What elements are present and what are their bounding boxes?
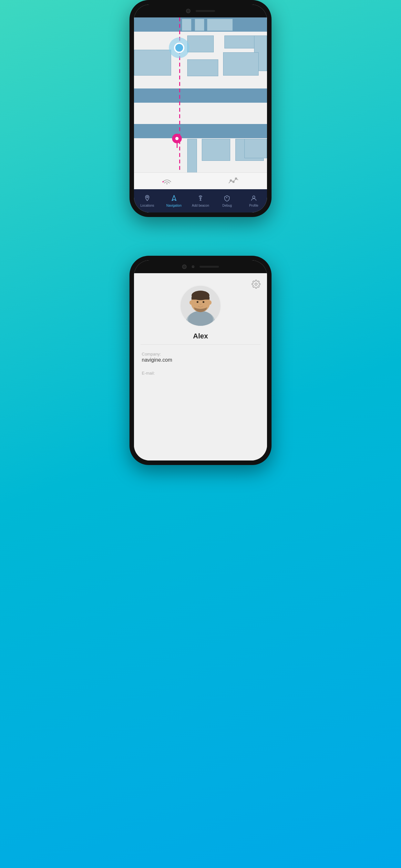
pin-stem <box>177 144 178 148</box>
nav-label-profile: Profile <box>249 204 258 207</box>
email-field: E-mail: <box>134 369 267 384</box>
phone1-status-bar <box>134 4 267 18</box>
phone2-screen: Alex Company: navigine.com E-mail: <box>134 260 267 461</box>
bottom-navigation: Locations Navigation <box>134 189 267 213</box>
pin-center <box>175 137 179 140</box>
corridor-bottom <box>134 124 267 138</box>
company-field: Company: navigine.com <box>134 350 267 365</box>
nav-item-profile[interactable]: Profile <box>241 195 267 207</box>
phone1-container: Locations Navigation <box>129 0 272 217</box>
nav-item-add-beacon[interactable]: Add beacon <box>187 195 214 207</box>
room-b1 <box>187 139 197 173</box>
navigation-icon <box>171 195 178 203</box>
svg-point-6 <box>200 197 201 199</box>
location-center <box>174 42 184 53</box>
current-location-marker <box>169 37 189 58</box>
svg-point-13 <box>197 301 198 303</box>
settings-icon[interactable] <box>251 280 260 289</box>
email-value <box>142 376 259 383</box>
svg-point-1 <box>162 181 164 182</box>
pin-circle <box>172 134 182 144</box>
room-left <box>134 50 171 75</box>
svg-point-16 <box>209 301 212 305</box>
map-view[interactable] <box>134 18 267 173</box>
phone2-device: Alex Company: navigine.com E-mail: <box>129 256 272 465</box>
svg-point-3 <box>233 181 235 182</box>
room-m2 <box>224 35 257 49</box>
company-label: Company: <box>142 352 259 356</box>
room-t2 <box>195 19 204 31</box>
room-b2 <box>202 139 230 161</box>
location-pulse <box>169 37 189 58</box>
room-t3 <box>207 19 233 31</box>
avatar <box>180 285 221 327</box>
nav-label-add-beacon: Add beacon <box>192 204 209 207</box>
nav-label-locations: Locations <box>141 204 154 207</box>
nav-label-navigation: Navigation <box>166 204 181 207</box>
avatar-container <box>134 273 267 332</box>
room-t1 <box>182 19 191 31</box>
debug-icon <box>223 195 230 203</box>
svg-point-5 <box>147 196 148 198</box>
speaker <box>196 10 215 12</box>
company-value: navigine.com <box>142 357 259 363</box>
nav-item-locations[interactable]: Locations <box>134 195 160 207</box>
profile-icon <box>250 195 257 203</box>
corridor-middle <box>134 89 267 103</box>
sensor-bar <box>134 173 267 189</box>
phone1-screen: Locations Navigation <box>134 4 267 213</box>
room-b4 <box>244 139 267 158</box>
camera-lens <box>186 9 190 13</box>
nav-item-navigation[interactable]: Navigation <box>160 195 187 207</box>
profile-name: Alex <box>134 332 267 340</box>
svg-point-14 <box>203 301 204 303</box>
add-beacon-icon <box>197 195 204 203</box>
phone2-status-bar <box>134 260 267 273</box>
phone1-device: Locations Navigation <box>129 0 272 217</box>
locations-icon <box>144 195 151 203</box>
email-label: E-mail: <box>142 371 259 376</box>
camera-lens-2 <box>182 265 187 269</box>
speaker-2 <box>199 266 219 268</box>
nav-label-debug: Debug <box>222 204 232 207</box>
room-m1 <box>187 35 214 52</box>
svg-point-4 <box>235 178 237 179</box>
nav-item-debug[interactable]: Debug <box>214 195 240 207</box>
phone2-container: Alex Company: navigine.com E-mail: <box>129 256 272 465</box>
svg-point-8 <box>255 283 257 285</box>
profile-divider <box>141 344 260 345</box>
room-ml1 <box>187 59 218 76</box>
svg-point-15 <box>189 301 192 305</box>
profile-screen: Alex Company: navigine.com E-mail: <box>134 273 267 461</box>
destination-marker <box>172 134 182 148</box>
route-graph-icon <box>227 176 239 186</box>
svg-point-0 <box>166 183 167 184</box>
camera-lens-secondary <box>192 266 194 268</box>
svg-point-2 <box>230 180 232 181</box>
room-ml2 <box>223 52 258 75</box>
signal-icon <box>162 177 172 186</box>
svg-point-7 <box>252 196 255 198</box>
